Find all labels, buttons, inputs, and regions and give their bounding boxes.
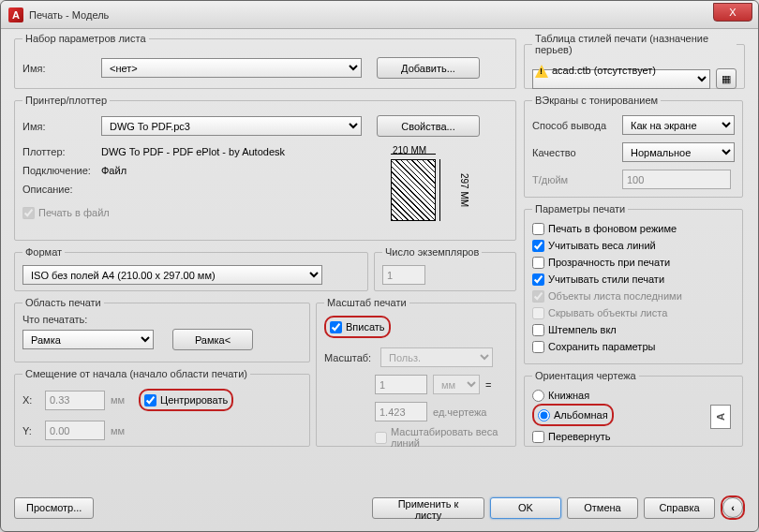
printer-name-label: Имя: [22,121,96,132]
opt-hide-checkbox [532,307,544,319]
quality-label: Качество [532,147,617,158]
quality-select[interactable]: Нормальное [622,142,735,162]
bottom-bar: Просмотр... Применить к листу OK Отмена … [8,492,751,524]
style-table-legend: Таблица стилей печати (назначение перьев… [532,33,737,55]
options-legend: Параметры печати [532,203,628,214]
style-table-select[interactable] [532,69,710,89]
apply-button[interactable]: Применить к листу [372,497,484,519]
scale-legend: Масштаб печати [324,297,409,308]
opt-paperspace-label: Объекты листа последними [548,290,682,302]
what-to-plot-label: Что печатать: [22,314,302,325]
paper-size-legend: Формат [22,246,65,258]
scale-lw-checkbox [375,432,387,444]
page-setup-name-label: Имя: [22,63,96,74]
preview-button[interactable]: Просмотр... [14,497,94,519]
printer-name-select[interactable]: DWG To PDF.pc3 [101,116,362,136]
opt-bg-label: Печать в фоновом режиме [548,223,677,234]
offset-x-label: X: [22,394,39,406]
center-label: Центрировать [160,394,228,406]
opt-tr-label: Прозрачность при печати [548,257,670,268]
print-to-file-checkbox [22,207,35,219]
scale-select: Польз. [380,347,493,367]
scale-unit-select: мм [433,375,480,394]
description-label: Описание: [22,184,96,195]
scale-den-unit: ед.чертежа [433,406,486,418]
paper-size-select[interactable]: ISO без полей A4 (210.00 x 297.00 мм) [22,265,322,285]
orientation-icon: A [710,405,731,429]
page-setup-name-select[interactable]: <нет> [101,58,362,78]
shaded-legend: ВЭкраны с тонированием [532,95,661,106]
cancel-button[interactable]: Отмена [567,497,638,519]
paper-size-group: Формат ISO без полей A4 (210.00 x 297.00… [14,246,368,291]
add-page-setup-button[interactable]: Добавить... [377,57,480,79]
fit-label: Вписать [346,321,385,332]
copies-group: Число экземпляров [374,246,516,291]
scale-lw-label: Масштабировать веса линий [391,426,508,449]
connection-value: Файл [101,165,126,176]
upside-label: Перевернуть [548,431,611,442]
shaded-group: ВЭкраны с тонированием Способ вывода Как… [524,95,743,198]
opt-styles-checkbox[interactable] [532,273,544,286]
orientation-group: Ориентация чертежа Книжная Альбомная Пер… [524,370,743,447]
offset-y-unit: мм [111,425,125,436]
plot-area-group: Область печати Что печатать: Рамка Рамка… [14,297,310,362]
fit-checkbox[interactable] [330,321,342,333]
scale-label: Масштаб: [324,352,375,363]
titlebar: A Печать - Модель X [1,1,758,29]
opt-bg-checkbox[interactable] [532,223,544,235]
dpi-label: Т/дюйм [532,174,617,185]
paper-preview: 210 MM 297 MM [383,145,468,229]
paper-height-label: 297 MM [459,173,469,207]
options-group: Параметры печати Печать в фоновом режиме… [524,203,743,364]
shade-mode-label: Способ вывода [532,120,617,131]
fit-highlight: Вписать [324,316,391,338]
collapse-highlight: ‹ [721,495,745,520]
opt-save-checkbox[interactable] [532,341,544,353]
printer-props-button[interactable]: Свойства... [377,115,480,137]
offset-y-label: Y: [22,425,39,436]
opt-tr-checkbox[interactable] [532,257,544,269]
scale-den-input [375,402,427,421]
opt-hide-label: Скрывать объекты листа [548,307,667,318]
ok-button[interactable]: OK [490,497,561,519]
opt-save-label: Сохранить параметры [548,341,655,352]
page-setup-legend: Набор параметров листа [22,33,149,44]
landscape-highlight: Альбомная [532,404,614,426]
app-icon: A [8,7,23,22]
plotter-value: DWG To PDF - PDF ePlot - by Autodesk [101,146,285,157]
window-title: Печать - Модель [29,9,109,21]
opt-lw-label: Учитывать веса линий [548,240,656,251]
what-to-plot-select[interactable]: Рамка [22,330,154,349]
upside-checkbox[interactable] [532,431,544,443]
opt-stamp-label: Штемпель вкл [548,324,617,335]
scale-group: Масштаб печати Вписать Масштаб: Польз. м… [316,297,516,447]
offset-x-input [45,391,105,410]
offset-group: Смещение от начала (начало области печат… [14,368,310,447]
center-checkbox[interactable] [144,394,156,406]
offset-y-input [45,421,105,440]
scale-equals: = [485,379,491,391]
opt-lw-checkbox[interactable] [532,240,544,252]
style-table-group: Таблица стилей печати (назначение перьев… [524,33,745,89]
help-button[interactable]: Справка [644,497,715,519]
window-pick-button[interactable]: Рамка< [172,329,253,350]
plotter-label: Плоттер: [22,146,96,157]
shade-mode-select[interactable]: Как на экране [622,115,735,135]
copies-input [382,265,425,285]
scale-num-input [375,375,427,394]
portrait-label: Книжная [548,390,589,401]
orientation-legend: Ориентация чертежа [532,370,639,381]
opt-stamp-checkbox[interactable] [532,324,544,336]
offset-legend: Смещение от начала (начало области печат… [22,368,250,379]
collapse-button[interactable]: ‹ [722,497,743,518]
print-to-file-label: Печать в файл [38,207,110,218]
portrait-radio[interactable] [532,390,544,402]
landscape-radio[interactable] [538,409,550,421]
opt-styles-label: Учитывать стили печати [548,273,664,285]
close-button[interactable]: X [713,3,752,22]
close-icon: X [729,7,736,18]
style-edit-button[interactable]: ▦ [716,68,737,89]
printer-legend: Принтер/плоттер [22,95,110,106]
print-dialog: A Печать - Модель X Набор параметров лис… [0,0,759,532]
center-highlight: Центрировать [139,389,233,411]
